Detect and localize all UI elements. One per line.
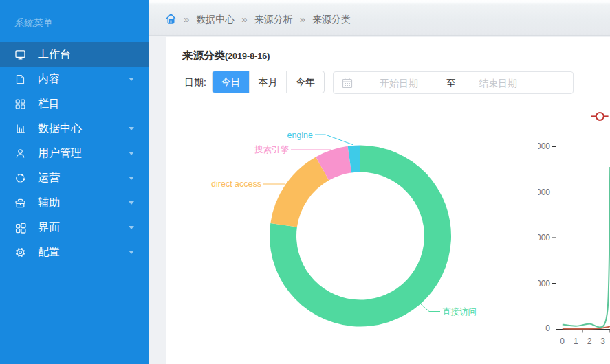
svg-text:0: 0 [560, 337, 565, 346]
svg-text:0: 0 [545, 323, 550, 333]
svg-text:5,000: 5,000 [538, 279, 550, 288]
svg-text:engine: engine [287, 130, 313, 140]
svg-text:10,000: 10,000 [538, 233, 550, 242]
svg-text:3: 3 [600, 337, 605, 346]
svg-text:direct access: direct access [211, 179, 261, 189]
svg-text:15,000: 15,000 [538, 187, 550, 197]
svg-text:20,000: 20,000 [538, 141, 550, 151]
svg-text:直接访问: 直接访问 [442, 307, 477, 317]
svg-text:1: 1 [574, 337, 578, 346]
svg-text:2: 2 [587, 337, 592, 346]
svg-text:搜索引擎: 搜索引擎 [254, 145, 290, 155]
